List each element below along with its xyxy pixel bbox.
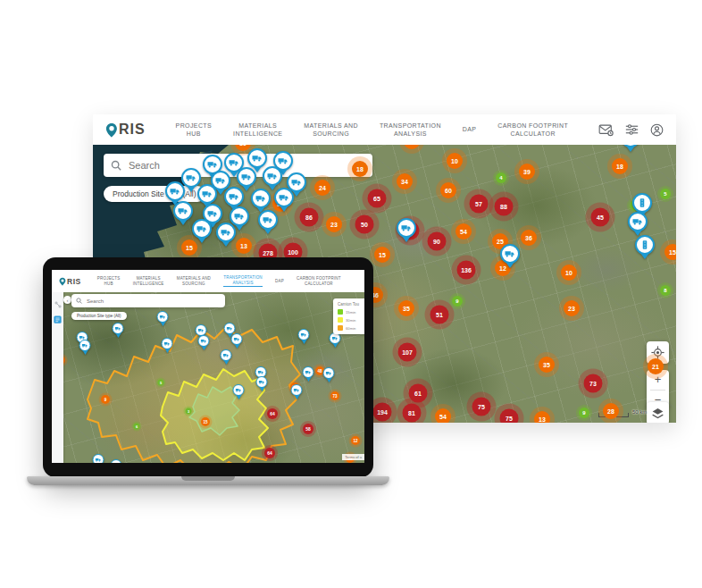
map-panel-icon[interactable] xyxy=(54,315,62,323)
search-input[interactable] xyxy=(85,298,221,305)
production-site-type-chip[interactable]: Production Site type (All) xyxy=(71,312,127,320)
site-pin-truck[interactable] xyxy=(330,332,341,348)
cluster-marker[interactable]: 24 xyxy=(314,180,330,196)
cluster-marker[interactable]: 73 xyxy=(584,374,603,393)
cluster-marker[interactable]: 86 xyxy=(300,208,319,227)
cluster-marker[interactable]: 39 xyxy=(519,164,535,180)
site-pin-truck[interactable] xyxy=(221,349,232,365)
cluster-marker[interactable]: 18 xyxy=(352,161,368,177)
site-pin-truck[interactable] xyxy=(258,210,278,234)
cluster-marker[interactable]: 73 xyxy=(330,391,339,400)
cluster-marker[interactable]: 60 xyxy=(440,182,456,198)
cluster-marker[interactable]: 81 xyxy=(403,404,422,423)
tab-dap[interactable]: DAP xyxy=(275,279,284,284)
route-icon[interactable] xyxy=(54,301,62,308)
cluster-marker[interactable]: 8 xyxy=(660,285,671,296)
cluster-marker[interactable]: 34 xyxy=(397,173,413,189)
mail-icon[interactable] xyxy=(598,123,614,137)
cluster-marker[interactable]: 65 xyxy=(368,189,387,208)
layers-button[interactable] xyxy=(647,402,669,423)
sliders-icon[interactable] xyxy=(625,123,639,136)
cluster-marker[interactable]: 3 xyxy=(186,408,192,415)
site-pin-truck[interactable] xyxy=(298,329,310,344)
oris-logo[interactable]: RIS xyxy=(59,277,81,286)
cluster-marker[interactable]: 15 xyxy=(374,247,390,263)
site-pin-truck[interactable] xyxy=(162,338,173,353)
site-pin-truck[interactable] xyxy=(173,201,193,225)
site-pin-road[interactable] xyxy=(635,235,655,259)
cluster-marker[interactable]: 5 xyxy=(158,380,164,386)
tab-materials-and-sourcing[interactable]: MATERIALS ANDSOURCING xyxy=(304,122,358,139)
site-pin-truck[interactable] xyxy=(291,384,303,399)
cluster-marker[interactable]: 136 xyxy=(457,261,476,280)
site-pin-truck[interactable] xyxy=(157,311,169,326)
site-pin-truck[interactable] xyxy=(251,189,271,213)
cluster-marker[interactable]: 58 xyxy=(303,424,313,434)
site-pin-truck[interactable] xyxy=(198,335,210,350)
tab-materials-intelligence[interactable]: MATERIALSINTELLIGENCE xyxy=(133,276,164,287)
cluster-marker[interactable]: 90 xyxy=(428,232,447,251)
site-pin-truck[interactable] xyxy=(621,145,640,152)
account-icon[interactable] xyxy=(650,123,664,137)
cluster-marker[interactable]: 6 xyxy=(134,424,140,430)
site-pin-truck[interactable] xyxy=(628,212,648,236)
site-pin-truck[interactable] xyxy=(93,454,104,463)
cluster-marker[interactable]: 50 xyxy=(355,215,374,234)
cluster-marker[interactable]: 75 xyxy=(500,409,519,424)
cluster-marker[interactable]: 75 xyxy=(472,398,491,416)
cluster-marker[interactable]: 13 xyxy=(236,238,252,254)
cluster-marker[interactable]: 45 xyxy=(591,208,610,227)
tab-carbon-footprint-calculator[interactable]: CARBON FOOTPRINTCALCULATOR xyxy=(297,276,341,287)
site-pin-truck[interactable] xyxy=(216,223,236,247)
site-pin-truck[interactable] xyxy=(263,166,282,190)
site-pin-truck[interactable] xyxy=(192,219,212,243)
tab-dap[interactable]: DAP xyxy=(463,125,477,133)
oris-logo[interactable]: RIS xyxy=(105,122,146,138)
cluster-marker[interactable]: 9 xyxy=(452,296,463,307)
cluster-marker[interactable]: 35 xyxy=(539,357,555,373)
tab-materials-intelligence[interactable]: MATERIALSINTELLIGENCE xyxy=(233,122,282,139)
cluster-marker[interactable]: 13 xyxy=(534,411,550,423)
cluster-marker[interactable]: 9 xyxy=(101,395,110,404)
site-pin-truck[interactable] xyxy=(256,376,268,391)
tab-transportation-analysis[interactable]: TRANSPORTATIONANALYSIS xyxy=(380,122,441,139)
cluster-marker[interactable]: 88 xyxy=(495,197,514,216)
cluster-marker[interactable]: 23 xyxy=(326,216,342,232)
cluster-marker[interactable]: 107 xyxy=(398,343,417,362)
cluster-marker[interactable]: 18 xyxy=(612,158,628,174)
site-pin-truck[interactable] xyxy=(274,188,294,212)
map[interactable]: ‹ Production Site type (All) Camion Tou … xyxy=(52,292,364,463)
cluster-marker[interactable]: 28 xyxy=(603,403,619,419)
cluster-marker[interactable]: 9 xyxy=(579,407,589,418)
site-pin-truck[interactable] xyxy=(231,333,243,349)
tab-projects-hub[interactable]: PROJECTSHUB xyxy=(176,122,213,139)
cluster-marker[interactable]: 10 xyxy=(447,153,463,169)
cluster-marker[interactable]: 5 xyxy=(660,189,671,199)
collapse-panel-button[interactable]: ‹ xyxy=(63,296,71,304)
cluster-marker[interactable]: 54 xyxy=(455,223,472,239)
cluster-marker[interactable]: 4 xyxy=(496,172,506,183)
cluster-marker[interactable]: 23 xyxy=(564,300,580,316)
cluster-marker[interactable]: 64 xyxy=(264,448,275,458)
site-pin-truck[interactable] xyxy=(113,323,124,338)
terms-of-use-link[interactable]: Terms of u xyxy=(342,454,364,460)
cluster-marker[interactable]: 194 xyxy=(373,403,392,422)
tab-transportation-analysis[interactable]: TRANSPORTATIONANALYSIS xyxy=(223,275,263,288)
tab-carbon-footprint-calculator[interactable]: CARBON FOOTPRINTCALCULATOR xyxy=(497,122,568,139)
cluster-marker[interactable]: 27 xyxy=(404,145,420,149)
site-pin-truck[interactable] xyxy=(303,366,314,382)
site-pin-truck[interactable] xyxy=(79,340,91,355)
site-pin-truck[interactable] xyxy=(323,367,335,382)
cluster-marker[interactable]: 51 xyxy=(430,306,449,324)
tab-projects-hub[interactable]: PROJECTSHUB xyxy=(97,276,121,287)
cluster-marker[interactable]: 57 xyxy=(470,195,489,214)
cluster-marker[interactable]: 35 xyxy=(398,300,414,316)
site-pin-truck[interactable] xyxy=(233,384,245,399)
cluster-marker[interactable]: 15 xyxy=(201,417,210,426)
site-pin-truck[interactable] xyxy=(111,459,122,463)
cluster-marker[interactable]: 10 xyxy=(561,265,577,281)
tab-materials-and-sourcing[interactable]: MATERIALS ANDSOURCING xyxy=(177,276,211,287)
cluster-marker[interactable]: 61 xyxy=(409,384,428,403)
cluster-marker[interactable]: 12 xyxy=(351,436,360,445)
cluster-marker[interactable]: 15 xyxy=(664,244,676,260)
